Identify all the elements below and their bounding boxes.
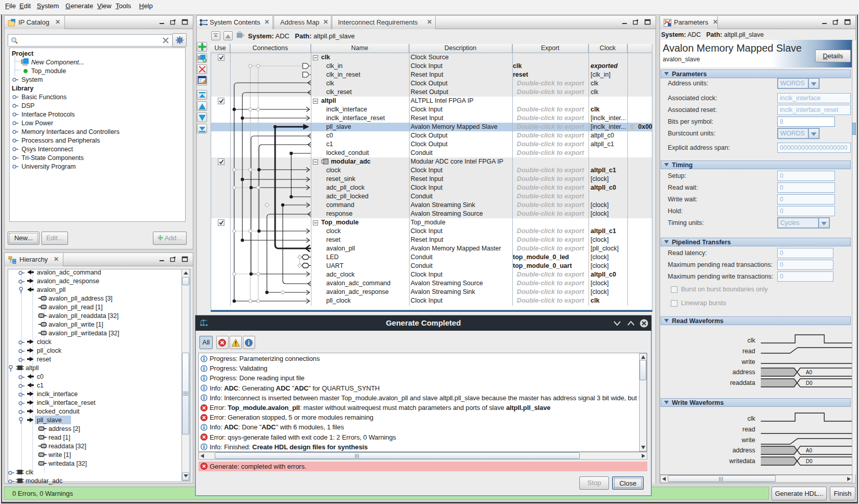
svg-text:A0: A0 xyxy=(806,448,812,453)
svg-text:A0: A0 xyxy=(806,370,812,375)
svg-text:D0: D0 xyxy=(806,459,812,464)
svg-text:D0: D0 xyxy=(806,380,812,386)
